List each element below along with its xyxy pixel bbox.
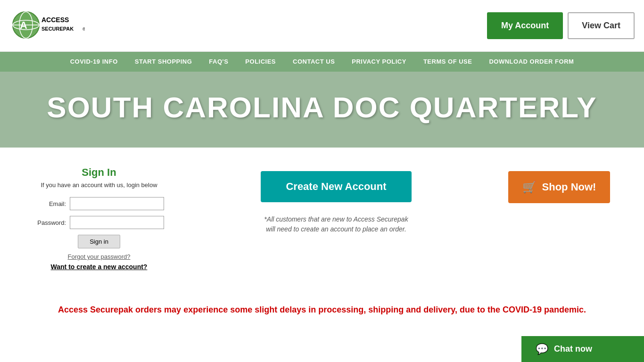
sign-in-subtitle: If you have an account with us, login be…: [28, 181, 170, 189]
shop-now-label: Shop Now!: [542, 181, 596, 193]
new-customer-note: *All customers that are new to Access Se…: [261, 214, 412, 234]
svg-text:®: ®: [83, 27, 85, 32]
covid-notice: Access Securepak orders may experience s…: [0, 289, 644, 321]
main-content: Sign In If you have an account with us, …: [0, 148, 644, 289]
logo-area: A ACCESS SECUREPAK ®: [9, 7, 85, 45]
password-label: Password:: [28, 219, 66, 226]
svg-text:ACCESS: ACCESS: [41, 16, 69, 24]
nav-item-start-shopping[interactable]: START SHOPPING: [126, 52, 201, 72]
sign-in-title: Sign In: [28, 166, 170, 179]
header: A ACCESS SECUREPAK ® My Account View Car…: [0, 0, 644, 52]
sign-in-button[interactable]: Sign in: [78, 235, 120, 248]
password-row: Password:: [28, 216, 170, 229]
svg-text:A: A: [20, 19, 27, 31]
hero-title: SOUTH CAROLINA DOC QUARTERLY: [9, 90, 635, 124]
logo: A ACCESS SECUREPAK ®: [9, 7, 85, 45]
chat-widget[interactable]: 💬 Chat now: [521, 336, 644, 362]
hero-banner: SOUTH CAROLINA DOC QUARTERLY: [0, 72, 644, 148]
sign-in-section: Sign In If you have an account with us, …: [19, 162, 179, 275]
nav-item-policies[interactable]: POLICIES: [237, 52, 284, 72]
nav-item-contact-us[interactable]: CONTACT US: [284, 52, 343, 72]
cart-icon: 🛒: [522, 181, 537, 194]
right-section: 🛒 Shop Now!: [493, 162, 625, 213]
shop-now-button[interactable]: 🛒 Shop Now!: [508, 171, 611, 203]
create-new-account-button[interactable]: Create New Account: [261, 171, 412, 202]
forgot-password-link[interactable]: Forgot your password?: [28, 253, 170, 260]
email-input[interactable]: [70, 197, 164, 210]
nav-item-privacy-policy[interactable]: PRIVACY POLICY: [343, 52, 415, 72]
create-account-link[interactable]: Want to create a new account?: [28, 263, 170, 271]
email-label: Email:: [28, 200, 66, 207]
header-buttons: My Account View Cart: [487, 12, 635, 39]
svg-text:SECUREPAK: SECUREPAK: [41, 26, 74, 32]
nav-bar: COVID-19 INFO START SHOPPING FAQ'S POLIC…: [0, 52, 644, 72]
my-account-button[interactable]: My Account: [487, 12, 563, 39]
email-row: Email:: [28, 197, 170, 210]
chat-label: Chat now: [554, 344, 592, 354]
nav-item-download-order-form[interactable]: DOWNLOAD ORDER FORM: [480, 52, 582, 72]
password-input[interactable]: [70, 216, 164, 229]
middle-section: Create New Account *All customers that a…: [189, 162, 484, 244]
nav-item-faqs[interactable]: FAQ'S: [200, 52, 237, 72]
nav-item-covid19[interactable]: COVID-19 INFO: [62, 52, 126, 72]
covid-text: Access Securepak orders may experience s…: [9, 304, 635, 316]
chat-icon: 💬: [536, 343, 548, 355]
view-cart-button[interactable]: View Cart: [568, 12, 635, 39]
nav-item-terms-of-use[interactable]: TERMS OF USE: [415, 52, 481, 72]
